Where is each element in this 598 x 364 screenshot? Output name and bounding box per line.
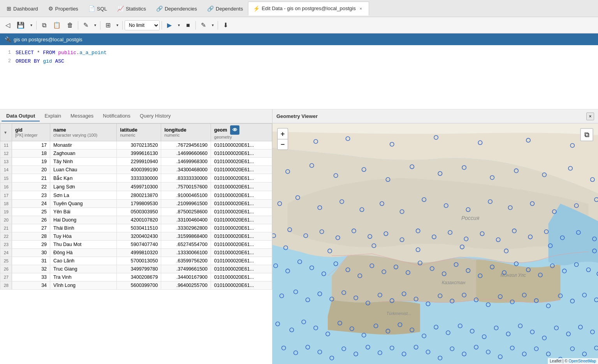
tab-query-history[interactable]: Query History bbox=[135, 111, 175, 121]
layers-button[interactable]: ⧉ bbox=[580, 128, 593, 141]
download-button[interactable]: ⬇ bbox=[220, 19, 231, 31]
cell-geom: 0101000020E61... bbox=[211, 257, 272, 265]
tab-statistics[interactable]: 📈 Statistics bbox=[112, 2, 151, 16]
row-number: 15 bbox=[0, 174, 12, 183]
tab-dependents-label: Dependents bbox=[216, 6, 243, 12]
filter-dropdown-button[interactable]: ▾ bbox=[114, 19, 120, 31]
separator-7 bbox=[218, 21, 218, 30]
cell-geom: 0101000020E61... bbox=[211, 158, 272, 166]
sql-editor[interactable]: 1 SELECT * FROM public.a_a_point 2 ORDER… bbox=[0, 45, 598, 109]
row-number: 14 bbox=[0, 166, 12, 174]
cell-gid: 19 bbox=[12, 158, 50, 166]
cell-geom: 0101000020E61... bbox=[211, 200, 272, 208]
map-attribution: Leaflet | © OpenStreetMap bbox=[548, 358, 598, 364]
geometry-viewer-map[interactable]: + − ⧉ Россия Казахстан Монгол Улс Türkme… bbox=[273, 123, 598, 364]
explain-dropdown-button[interactable]: ▾ bbox=[209, 19, 216, 31]
cell-name: Tuyên Quang bbox=[50, 200, 117, 208]
cell-longitude: .34400167900 bbox=[161, 273, 211, 281]
stop-button[interactable]: ■ bbox=[183, 19, 193, 31]
cell-geom: 0101000020E61... bbox=[211, 191, 272, 200]
tab-dashboard[interactable]: ⊞ Dashboard bbox=[2, 2, 43, 16]
save-dropdown-button[interactable]: ▾ bbox=[28, 19, 34, 31]
col-header-latitude[interactable]: latitude numeric bbox=[117, 124, 161, 141]
table-row: 27 33 Tra Vinh 3400208679 .34400167900 0… bbox=[0, 273, 272, 281]
col-name-name: name bbox=[53, 127, 66, 133]
row-number: 16 bbox=[0, 183, 12, 191]
tab-properties-label: Properties bbox=[55, 6, 78, 12]
tab-properties[interactable]: ⚙ Properties bbox=[43, 2, 83, 16]
zoom-out-button[interactable]: − bbox=[277, 139, 288, 150]
limit-select[interactable]: No limit 1000 rows 500 rows 100 rows bbox=[125, 20, 160, 30]
col-header-geom[interactable]: geom 👁 geometry bbox=[211, 124, 272, 141]
dashboard-icon: ⊞ bbox=[7, 5, 11, 12]
row-number: 25 bbox=[0, 257, 12, 265]
separator-1 bbox=[36, 21, 37, 30]
cell-longitude: .34300468000 bbox=[161, 166, 211, 174]
cell-geom: 0101000020E61... bbox=[211, 216, 272, 224]
tab-explain[interactable]: Explain bbox=[40, 111, 66, 121]
col-latitude-name: latitude bbox=[120, 127, 137, 133]
separator-2 bbox=[78, 21, 78, 30]
cell-latitude: 4999810320 bbox=[117, 249, 161, 257]
cell-longitude: .96400255700 bbox=[161, 281, 211, 290]
cell-latitude: 3200402430 bbox=[117, 232, 161, 241]
cell-gid: 22 bbox=[12, 183, 50, 191]
sort-icon: ▼ bbox=[4, 130, 7, 135]
cell-latitude: 3999616130 bbox=[117, 149, 161, 158]
cell-geom: 0101000020E61... bbox=[211, 273, 272, 281]
close-tab-button[interactable]: × bbox=[358, 5, 364, 12]
line-number-2: 2 bbox=[0, 58, 16, 64]
tab-data-output[interactable]: Data Output bbox=[2, 111, 40, 121]
statistics-icon: 📈 bbox=[117, 5, 124, 12]
delete-button[interactable]: 🗑 bbox=[64, 19, 76, 31]
zoom-in-button[interactable]: + bbox=[277, 128, 288, 139]
col-header-name[interactable]: name character varying (100) bbox=[50, 124, 117, 141]
run-dropdown-button[interactable]: ▾ bbox=[176, 19, 182, 31]
paste-button[interactable]: 📋 bbox=[50, 19, 63, 31]
tab-messages[interactable]: Messages bbox=[66, 111, 98, 121]
geometry-viewer-title: Geometry Viewer bbox=[276, 113, 318, 119]
tab-edit-data-label: Edit Data - gis on postgres@local_postgi… bbox=[262, 5, 356, 11]
geometry-viewer-header: Geometry Viewer × bbox=[273, 109, 598, 123]
edit-button[interactable]: ✎ bbox=[80, 19, 91, 31]
connection-label: gis on postgres@local_postgis bbox=[14, 37, 83, 42]
table-row: 16 22 Lạng Sơn 4599710300 .75700157600 0… bbox=[0, 183, 272, 191]
col-longitude-type: numeric bbox=[164, 133, 208, 137]
cell-longitude: .37499661500 bbox=[161, 265, 211, 273]
col-header-longitude[interactable]: longitude numeric bbox=[161, 124, 211, 141]
tab-sql[interactable]: 📄 SQL bbox=[83, 2, 112, 16]
col-geom-type: geometry bbox=[214, 135, 269, 139]
tab-dependencies[interactable]: 🔗 Dependencies bbox=[151, 2, 202, 16]
cell-name: Tra Vinh bbox=[50, 273, 117, 281]
cell-name: Bắc Kạn bbox=[50, 174, 117, 183]
edit-dropdown-button[interactable]: ▾ bbox=[92, 19, 98, 31]
table-row: 22 28 Tuy Hòa 3200402430 .31599868400 01… bbox=[0, 232, 272, 241]
row-number: 27 bbox=[0, 273, 12, 281]
filter-button[interactable]: ⊞ bbox=[102, 19, 113, 31]
tab-statistics-label: Statistics bbox=[126, 6, 146, 12]
copy-button[interactable]: ⧉ bbox=[39, 19, 49, 31]
cell-geom: 0101000020E61... bbox=[211, 166, 272, 174]
geometry-viewer-close-button[interactable]: × bbox=[586, 113, 594, 120]
col-header-gid[interactable]: gid [PK] integer bbox=[12, 124, 50, 141]
save-button[interactable]: 💾 bbox=[14, 19, 27, 31]
tab-edit-data[interactable]: ⚡ Edit Data - gis on postgres@local_post… bbox=[248, 2, 369, 16]
row-number: 11 bbox=[0, 141, 12, 149]
data-table-wrapper[interactable]: ▼ gid [PK] integer name char bbox=[0, 123, 272, 364]
cell-longitude: .87500258600 bbox=[161, 208, 211, 216]
table-row: 14 20 Luan Chau 4000399190 .34300468000 … bbox=[0, 166, 272, 174]
cell-geom: 0101000020E61... bbox=[211, 183, 272, 191]
eye-button[interactable]: 👁 bbox=[230, 125, 239, 135]
table-row: 23 29 Thu Dau Mot 5907407740 .6527455470… bbox=[0, 241, 272, 249]
tab-notifications[interactable]: Notifications bbox=[98, 111, 135, 121]
cell-name: Cao Lãnh bbox=[50, 257, 117, 265]
row-number: 28 bbox=[0, 281, 12, 290]
cell-gid: 33 bbox=[12, 273, 50, 281]
openstreetmap-link[interactable]: OpenStreetMap bbox=[568, 359, 596, 363]
data-panel: Data Output Explain Messages Notificatio… bbox=[0, 109, 273, 364]
explain-button[interactable]: ✎ bbox=[198, 19, 209, 31]
back-button[interactable]: ◁ bbox=[2, 19, 13, 31]
run-button[interactable]: ▶ bbox=[164, 19, 175, 31]
tab-dependents[interactable]: 🔗 Dependents bbox=[202, 2, 248, 16]
cell-longitude: .91000465100 bbox=[161, 191, 211, 200]
